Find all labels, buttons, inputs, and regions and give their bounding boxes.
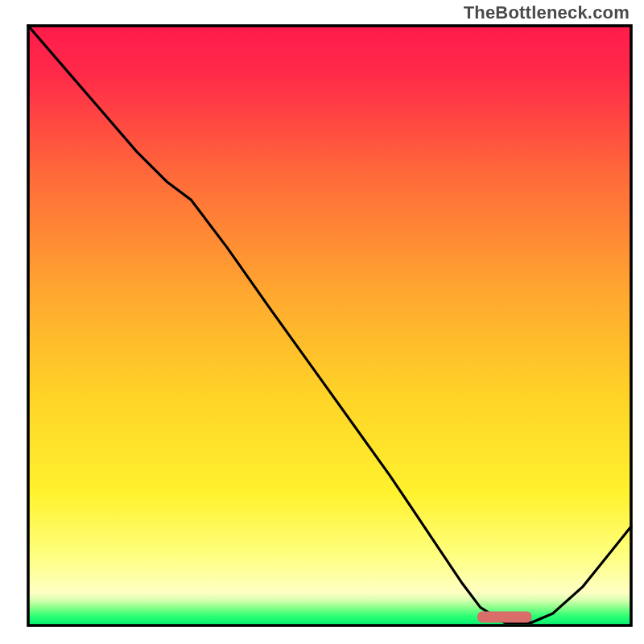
chart-container: TheBottleneck.com [0, 0, 644, 644]
optimal-range-marker [477, 612, 531, 623]
bottleneck-chart [0, 0, 644, 644]
plot-background [28, 26, 631, 625]
